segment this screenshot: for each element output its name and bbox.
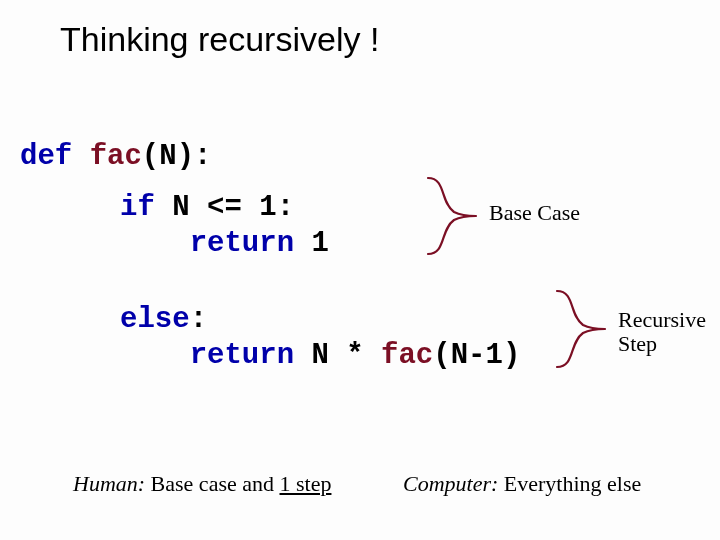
kw-else: else xyxy=(120,303,190,336)
brace-recursive-icon xyxy=(553,285,609,373)
kw-return-1: return xyxy=(190,227,294,260)
code-recursive-step: else: return N * fac(N-1) xyxy=(120,302,520,374)
human-prefix: Human: xyxy=(73,471,145,496)
slide-title: Thinking recursively ! xyxy=(60,20,379,59)
fn-fac: fac xyxy=(90,140,142,173)
kw-def: def xyxy=(20,140,72,173)
kw-return-2: return xyxy=(190,339,294,372)
annotation-base-case: Base Case xyxy=(489,200,580,226)
ret-expr-pre: N * xyxy=(294,339,381,372)
ret-expr-post: (N-1) xyxy=(433,339,520,372)
return-1-val: 1 xyxy=(294,227,329,260)
brace-base-icon xyxy=(424,172,480,260)
anno-rec-l2: Step xyxy=(618,331,657,356)
slide: Thinking recursively ! def fac(N): if N … xyxy=(0,0,720,540)
bottom-human: Human: Base case and 1 step xyxy=(73,471,331,497)
code-base-case: if N <= 1: return 1 xyxy=(120,190,329,262)
def-params: (N): xyxy=(142,140,212,173)
human-mid: Base case and xyxy=(145,471,279,496)
human-step: 1 step xyxy=(280,471,332,496)
anno-rec-l1: Recursive xyxy=(618,307,706,332)
if-cond: N <= 1: xyxy=(155,191,294,224)
else-colon: : xyxy=(190,303,207,336)
annotation-recursive-step: Recursive Step xyxy=(618,308,706,356)
kw-if: if xyxy=(120,191,155,224)
bottom-computer: Computer: Everything else xyxy=(403,471,641,497)
computer-prefix: Computer: xyxy=(403,471,498,496)
code-def-line: def fac(N): xyxy=(20,140,211,173)
computer-rest: Everything else xyxy=(498,471,641,496)
fn-fac-2: fac xyxy=(381,339,433,372)
